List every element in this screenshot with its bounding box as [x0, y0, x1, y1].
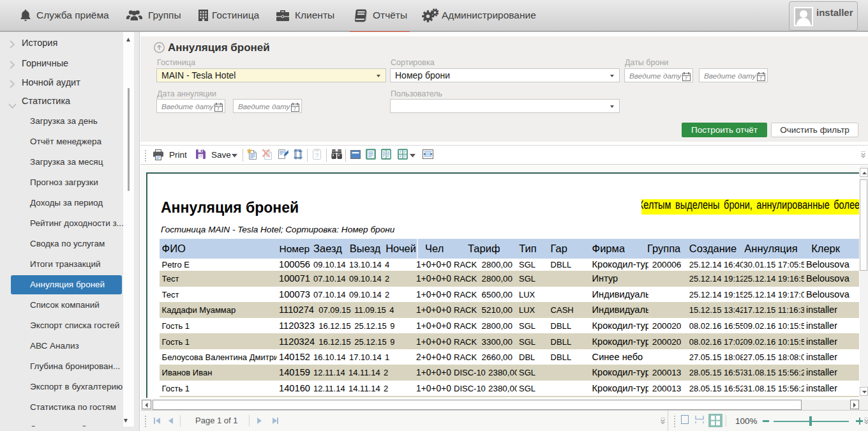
svg-text:7: 7	[217, 107, 220, 111]
svg-text:?: ?	[315, 152, 318, 158]
svg-text:7: 7	[294, 107, 296, 111]
svg-text:7: 7	[760, 76, 762, 80]
svg-text:7: 7	[685, 76, 687, 80]
